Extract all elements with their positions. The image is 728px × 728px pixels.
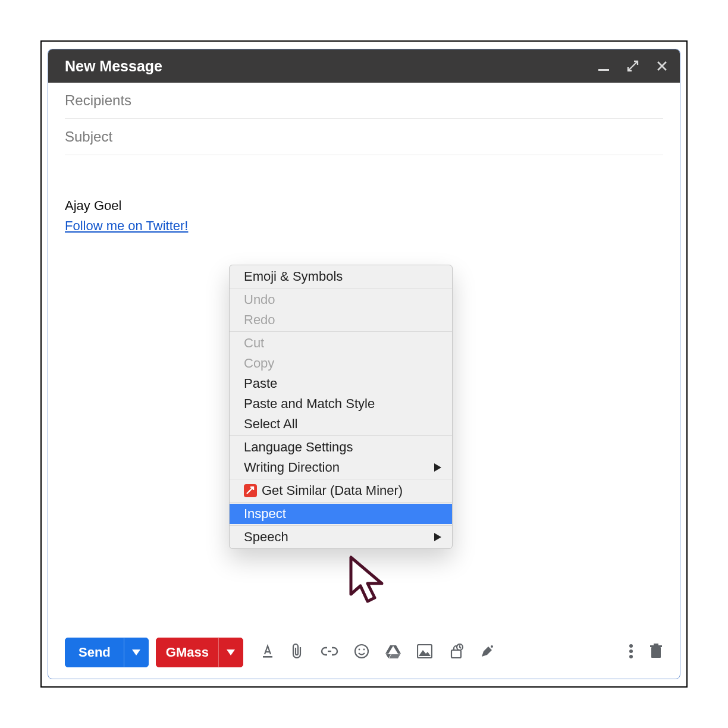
svg-marker-6 [227, 649, 235, 655]
ctx-select-all[interactable]: Select All [230, 414, 452, 434]
expand-icon[interactable] [626, 59, 639, 73]
gmass-button-label: GMass [156, 645, 218, 660]
submenu-arrow-icon [434, 529, 441, 545]
signature-twitter-link[interactable]: Follow me on Twitter! [65, 218, 188, 233]
svg-rect-0 [598, 69, 609, 71]
svg-rect-16 [451, 650, 461, 658]
text-format-icon[interactable] [260, 644, 275, 661]
ctx-inspect[interactable]: Inspect [230, 504, 452, 524]
recipients-placeholder: Recipients [65, 92, 131, 109]
svg-marker-3 [434, 533, 441, 541]
ctx-emoji-symbols[interactable]: Emoji & Symbols [230, 266, 452, 287]
svg-marker-5 [132, 649, 140, 655]
emoji-icon[interactable] [354, 644, 369, 661]
compose-fields: Recipients Subject [48, 83, 680, 155]
ctx-language-settings[interactable]: Language Settings [230, 437, 452, 457]
format-icons [260, 643, 494, 662]
gmass-button[interactable]: GMass [156, 638, 243, 667]
svg-marker-4 [351, 557, 382, 601]
trash-icon[interactable] [649, 644, 663, 661]
confidential-icon[interactable] [448, 644, 465, 661]
data-miner-icon [244, 484, 257, 497]
submenu-arrow-icon [434, 460, 441, 475]
svg-point-9 [359, 649, 360, 651]
toolbar-right [629, 644, 663, 661]
close-icon[interactable] [656, 60, 668, 72]
ctx-cut[interactable]: Cut [230, 333, 452, 353]
svg-point-19 [629, 644, 633, 648]
ctx-writing-direction[interactable]: Writing Direction [230, 457, 452, 478]
window-title: New Message [65, 58, 162, 75]
svg-point-8 [355, 645, 368, 658]
send-button[interactable]: Send [65, 638, 149, 667]
svg-rect-23 [650, 645, 662, 647]
svg-rect-22 [651, 647, 661, 658]
frame: New Message Recipi [40, 40, 688, 688]
attachment-icon[interactable] [291, 643, 305, 662]
recipients-field[interactable]: Recipients [65, 83, 663, 119]
svg-marker-13 [389, 654, 400, 658]
compose-body[interactable]: Ajay Goel Follow me on Twitter! [48, 155, 680, 236]
compose-window: New Message Recipi [48, 49, 680, 679]
drive-icon[interactable] [385, 644, 401, 661]
ctx-undo[interactable]: Undo [230, 290, 452, 310]
minimize-icon[interactable] [598, 60, 610, 72]
svg-marker-15 [419, 650, 431, 656]
svg-point-10 [363, 649, 365, 651]
ctx-copy[interactable]: Copy [230, 353, 452, 374]
ctx-get-similar[interactable]: Get Similar (Data Miner) [230, 481, 452, 501]
svg-point-20 [629, 649, 633, 653]
context-menu: Emoji & Symbols Undo Redo Cut Copy Paste… [229, 265, 453, 549]
ctx-paste-match-style[interactable]: Paste and Match Style [230, 394, 452, 414]
send-dropdown-icon[interactable] [124, 638, 148, 667]
subject-placeholder: Subject [65, 128, 112, 145]
svg-marker-11 [385, 645, 401, 654]
link-icon[interactable] [321, 646, 338, 659]
titlebar: New Message [48, 49, 680, 83]
more-options-icon[interactable] [629, 644, 633, 661]
svg-rect-24 [654, 644, 658, 645]
send-button-label: Send [65, 645, 124, 660]
ctx-speech[interactable]: Speech [230, 527, 452, 547]
pen-icon[interactable] [480, 644, 494, 661]
svg-point-18 [491, 645, 493, 648]
gmass-dropdown-icon[interactable] [218, 638, 243, 667]
subject-field[interactable]: Subject [65, 119, 663, 155]
svg-rect-7 [263, 656, 272, 658]
svg-point-21 [629, 655, 633, 658]
compose-toolbar: Send GMass [48, 635, 680, 670]
signature-name: Ajay Goel [65, 196, 663, 216]
ctx-paste[interactable]: Paste [230, 374, 452, 394]
cursor-icon [347, 555, 389, 608]
window-controls [598, 59, 668, 73]
image-icon[interactable] [417, 644, 432, 661]
ctx-redo[interactable]: Redo [230, 310, 452, 330]
svg-marker-1 [434, 463, 441, 472]
